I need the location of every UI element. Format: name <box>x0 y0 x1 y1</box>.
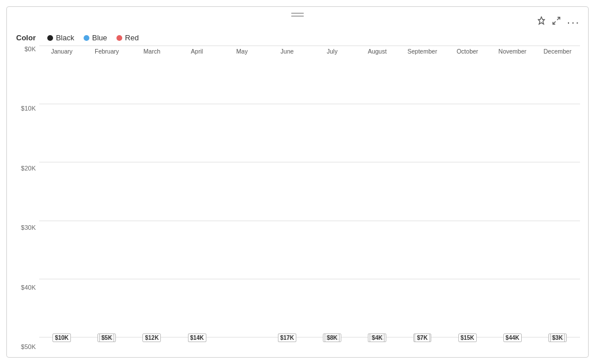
y-label-10k: $10K <box>15 105 36 112</box>
svg-line-0 <box>558 17 560 20</box>
y-label-40k: $40K <box>15 284 36 291</box>
legend-label-red: Red <box>125 33 139 42</box>
bar-label-blue-april: $14K <box>188 333 206 342</box>
bar-label-blue-december: $3K <box>550 333 565 342</box>
bar-label-black-november: $44K <box>503 333 522 342</box>
bar-group-september: $19K$9K$7K <box>400 46 445 338</box>
legend-label-black: Black <box>56 33 74 42</box>
legend-dot-red <box>116 35 122 41</box>
bar-label-blue-june: $17K <box>278 333 296 342</box>
bar-group-october: $15K <box>445 46 490 338</box>
bar-label-blue-january: $10K <box>52 333 71 342</box>
bar-label-red-august: $4K <box>370 333 385 342</box>
chart-inner: $50K $40K $30K $20K $10K $0K $29K$10K$ <box>15 46 580 351</box>
legend-dot-black <box>47 35 53 41</box>
bar-group-january: $29K$10K <box>39 46 84 338</box>
y-label-50k: $50K <box>15 343 36 350</box>
bar-group-november: $44K <box>490 46 535 338</box>
bar-label-black-october: $15K <box>458 333 477 342</box>
expand-icon[interactable] <box>552 16 561 28</box>
legend-item-black: Black <box>47 33 74 42</box>
legend-title: Color <box>16 33 36 42</box>
bar-group-february: $10K$5K <box>84 46 129 338</box>
bar-group-july: $24K$8K <box>310 46 355 338</box>
bar-group-june: $10K$17K <box>265 46 310 338</box>
chart-card: ··· Color Black Blue Red $50K $40K $30K … <box>6 6 589 358</box>
pin-icon[interactable] <box>537 16 546 28</box>
bar-group-march: $12K <box>129 46 174 338</box>
y-label-20k: $20K <box>15 165 36 172</box>
chart-body: $29K$10K$10K$5K$12K$13K$14K$10K$17K$24K$… <box>39 46 580 351</box>
bar-label-red-september: $7K <box>415 333 430 342</box>
y-label-30k: $30K <box>15 224 36 231</box>
y-label-0k: $0K <box>15 46 36 52</box>
svg-line-1 <box>553 21 556 24</box>
legend-label-blue: Blue <box>92 33 107 42</box>
legend-dot-blue <box>84 35 89 41</box>
drag-handle-icon[interactable] <box>291 13 304 17</box>
bar-group-december: $26K$3K <box>535 46 580 338</box>
chart-area: $50K $40K $30K $20K $10K $0K $29K$10K$ <box>15 46 580 351</box>
bars-container: $29K$10K$10K$5K$12K$13K$14K$10K$17K$24K$… <box>39 46 580 338</box>
bar-group-may <box>220 46 265 338</box>
bar-label-black-march: $12K <box>142 333 161 342</box>
bar-label-red-july: $8K <box>325 333 340 342</box>
bar-group-april: $13K$14K <box>175 46 220 338</box>
more-options-icon[interactable]: ··· <box>567 16 580 29</box>
legend-item-red: Red <box>116 33 139 42</box>
top-bar: ··· <box>15 13 580 31</box>
top-icons: ··· <box>537 16 580 29</box>
bar-label-blue-february: $5K <box>99 333 114 342</box>
y-axis: $50K $40K $30K $20K $10K $0K <box>15 46 39 351</box>
chart-legend: Color Black Blue Red <box>15 33 580 42</box>
legend-item-blue: Blue <box>84 33 107 42</box>
bar-group-august: $19K$12K$4K <box>355 46 400 338</box>
